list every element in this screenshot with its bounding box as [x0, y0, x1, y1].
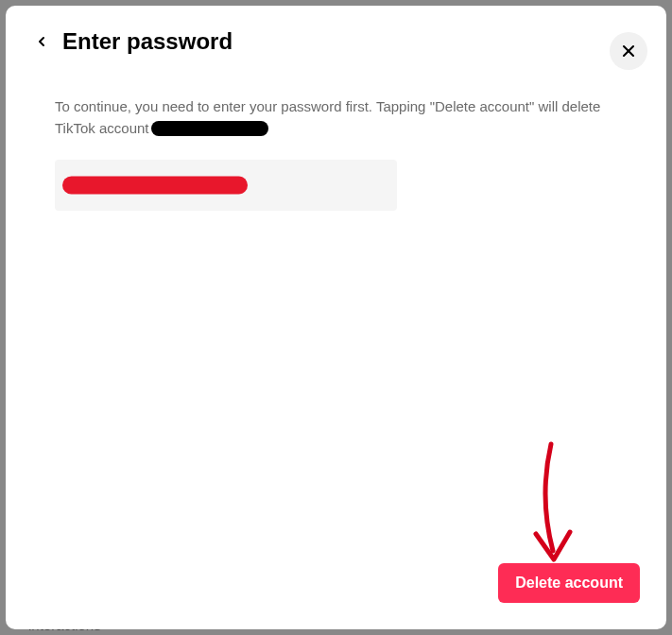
modal-header: Enter password: [6, 6, 666, 59]
password-input-container[interactable]: [55, 160, 397, 211]
description-line1: To continue, you need to enter your pass…: [55, 96, 617, 118]
close-button[interactable]: [610, 32, 647, 70]
close-icon: [619, 42, 638, 60]
page-title: Enter password: [62, 28, 233, 55]
redacted-account-name: [151, 121, 268, 136]
redacted-password-value: [62, 177, 248, 195]
description-text: To continue, you need to enter your pass…: [55, 96, 617, 139]
modal-footer: Delete account: [6, 563, 666, 629]
back-button[interactable]: [28, 28, 55, 55]
modal-content: To continue, you need to enter your pass…: [6, 59, 666, 563]
description-line2-prefix: TikTok account: [55, 118, 149, 140]
enter-password-modal: Enter password To continue, you need to …: [6, 6, 666, 629]
description-line2: TikTok account: [55, 118, 617, 140]
delete-account-button[interactable]: Delete account: [498, 563, 640, 603]
chevron-left-icon: [34, 34, 49, 49]
